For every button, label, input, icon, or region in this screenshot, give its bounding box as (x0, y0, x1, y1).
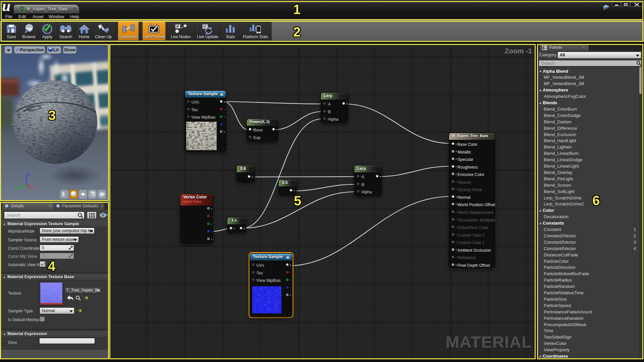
svg-text:Z: Z (27, 172, 30, 176)
svg-text:x: x (31, 186, 34, 190)
svg-text:Y: Y (14, 185, 16, 189)
